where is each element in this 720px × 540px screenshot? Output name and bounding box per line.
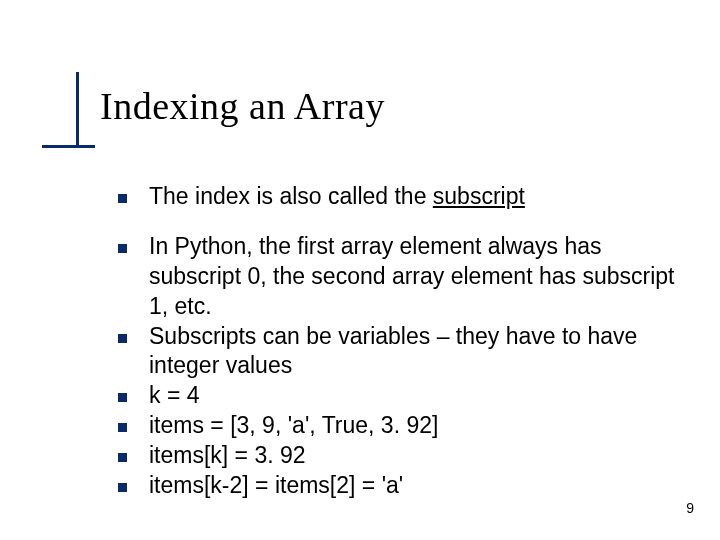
bullet-text: items[k-2] = items[2] = 'a' <box>149 471 403 501</box>
square-bullet-icon <box>118 244 127 253</box>
list-item: The index is also called the subscript <box>118 182 680 212</box>
square-bullet-icon <box>118 453 127 462</box>
list-item: k = 4 <box>118 381 680 411</box>
bullet-text: The index is also called the subscript <box>149 182 525 212</box>
title-vertical-rule <box>76 72 79 148</box>
list-item: items[k-2] = items[2] = 'a' <box>118 471 680 501</box>
title-horizontal-rule <box>42 145 95 148</box>
text-span: The index is also called the <box>149 183 433 209</box>
bullet-text: items = [3, 9, 'a', True, 3. 92] <box>149 411 438 441</box>
square-bullet-icon <box>118 393 127 402</box>
bullet-list: The index is also called the subscript I… <box>118 182 680 501</box>
square-bullet-icon <box>118 334 127 343</box>
list-item: items = [3, 9, 'a', True, 3. 92] <box>118 411 680 441</box>
square-bullet-icon <box>118 194 127 203</box>
bullet-text: Subscripts can be variables – they have … <box>149 322 680 382</box>
square-bullet-icon <box>118 423 127 432</box>
bullet-text: In Python, the first array element alway… <box>149 232 680 322</box>
list-item: Subscripts can be variables – they have … <box>118 322 680 382</box>
list-item: items[k] = 3. 92 <box>118 441 680 471</box>
underlined-term: subscript <box>433 183 525 209</box>
square-bullet-icon <box>118 483 127 492</box>
slide-title: Indexing an Array <box>100 84 385 128</box>
list-item: In Python, the first array element alway… <box>118 232 680 322</box>
bullet-text: k = 4 <box>149 381 200 411</box>
bullet-text: items[k] = 3. 92 <box>149 441 306 471</box>
page-number: 9 <box>686 500 694 516</box>
